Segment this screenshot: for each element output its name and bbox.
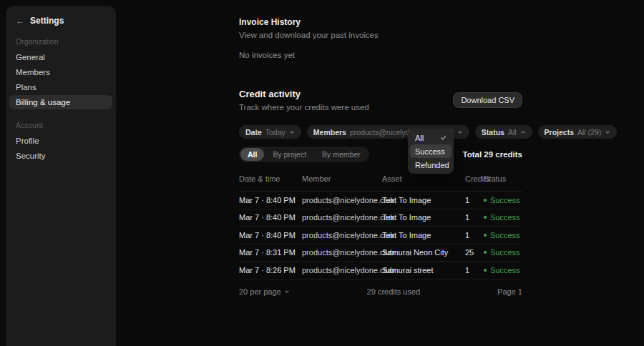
table-row: Mar 7 · 8:40 PM products@nicelydone.club… xyxy=(239,192,522,209)
status-badge: Success xyxy=(484,266,522,275)
credits-used-label: 29 credits used xyxy=(367,287,421,296)
view-tabs-row: All By project By member Total 29 credit… xyxy=(239,147,522,162)
success-dot-icon xyxy=(484,234,487,237)
cell-member: products@nicelydone.club xyxy=(302,231,382,239)
invoice-history-subtitle: View and download your past invoices xyxy=(239,31,522,39)
status-dropdown-menu: All Success Refunded xyxy=(408,129,454,174)
tab-all[interactable]: All xyxy=(240,148,264,161)
cell-credits: 1 xyxy=(465,213,484,222)
status-badge: Success xyxy=(484,248,522,257)
filter-bar: Date Today Members products@nicelydone.c… xyxy=(239,125,522,139)
invoice-empty-state: No invoices yet xyxy=(239,51,522,59)
cell-asset: Samurai street xyxy=(382,266,465,275)
credit-activity-table: Date & time Member Asset Credits Status … xyxy=(239,172,522,296)
col-header-member: Member xyxy=(302,174,382,183)
cell-datetime: Mar 7 · 8:26 PM xyxy=(239,266,302,275)
credit-activity-title: Credit activity xyxy=(239,89,369,99)
filter-projects-value: All (29) xyxy=(577,128,601,137)
cell-member: products@nicelydone.club xyxy=(302,248,382,257)
chevron-down-icon xyxy=(457,129,463,135)
cell-datetime: Mar 7 · 8:31 PM xyxy=(239,248,302,257)
settings-sidebar: ← Settings Organization General Members … xyxy=(6,6,116,346)
download-csv-button[interactable]: Download CSV xyxy=(453,92,522,108)
cell-member: products@nicelydone.club xyxy=(302,266,382,275)
success-dot-icon xyxy=(484,269,487,272)
cell-credits: 1 xyxy=(465,266,484,275)
section-label-account: Account xyxy=(6,121,116,129)
table-row: Mar 7 · 8:31 PM products@nicelydone.club… xyxy=(239,244,522,262)
success-dot-icon xyxy=(484,216,487,219)
cell-member: products@nicelydone.club xyxy=(302,213,382,222)
status-badge: Success xyxy=(484,231,522,239)
chevron-up-icon xyxy=(520,129,526,135)
filter-projects-label: Projects xyxy=(545,128,574,137)
table-footer: 20 per page 29 credits used Page 1 xyxy=(239,287,522,296)
filter-members-label: Members xyxy=(313,128,346,137)
col-header-asset: Asset xyxy=(382,174,465,183)
filter-date-value: Today xyxy=(265,128,286,137)
billing-usage-panel: Invoice History View and download your p… xyxy=(239,0,522,296)
cell-datetime: Mar 7 · 8:40 PM xyxy=(239,231,302,239)
success-dot-icon xyxy=(484,199,487,202)
cell-member: products@nicelydone.club xyxy=(302,196,382,204)
filter-date-label: Date xyxy=(245,128,262,137)
col-header-credits: Credits xyxy=(465,174,484,183)
credit-activity-subtitle: Track where your credits were used xyxy=(239,103,369,112)
table-row: Mar 7 · 8:40 PM products@nicelydone.club… xyxy=(239,209,522,227)
dropdown-item-refunded[interactable]: Refunded xyxy=(410,158,452,172)
sidebar-item-security[interactable]: Security xyxy=(9,149,112,163)
col-header-status: Status xyxy=(484,174,522,183)
dropdown-item-success[interactable]: Success xyxy=(410,144,452,158)
cell-asset: Text To Image xyxy=(382,231,465,239)
sidebar-item-plans[interactable]: Plans xyxy=(9,80,112,94)
col-header-datetime: Date & time xyxy=(239,174,302,183)
total-credits-label: Total 29 credits xyxy=(462,150,522,159)
cell-credits: 25 xyxy=(465,248,484,257)
sidebar-item-billing-usage[interactable]: Billing & usage xyxy=(9,95,112,109)
tab-by-project[interactable]: By project xyxy=(265,148,313,161)
status-badge: Success xyxy=(484,213,522,222)
chevron-down-icon xyxy=(289,129,295,135)
chevron-down-icon xyxy=(284,289,290,295)
table-row: Mar 7 · 8:40 PM products@nicelydone.club… xyxy=(239,227,522,244)
status-badge: Success xyxy=(484,196,522,204)
table-header: Date & time Member Asset Credits Status xyxy=(239,172,522,192)
credit-activity-header: Credit activity Track where your credits… xyxy=(239,89,522,112)
cell-datetime: Mar 7 · 8:40 PM xyxy=(239,196,302,204)
filter-status-value: All xyxy=(508,128,517,137)
cell-credits: 1 xyxy=(465,196,484,204)
filter-projects[interactable]: Projects All (29) xyxy=(538,125,618,139)
cell-credits: 1 xyxy=(465,231,484,239)
sidebar-item-profile[interactable]: Profile xyxy=(9,134,112,148)
cell-asset: Samurai Neon City xyxy=(382,248,465,257)
table-row: Mar 7 · 8:26 PM products@nicelydone.club… xyxy=(239,262,522,280)
cell-asset: Text To Image xyxy=(382,213,465,222)
checkmark-icon xyxy=(440,134,447,141)
section-label-organization: Organization xyxy=(6,37,116,46)
dropdown-item-all[interactable]: All xyxy=(410,131,452,144)
invoice-history-title: Invoice History xyxy=(239,17,522,27)
cell-asset: Text To Image xyxy=(382,196,465,204)
filter-status[interactable]: Status All xyxy=(475,125,532,139)
credit-activity-titles: Credit activity Track where your credits… xyxy=(239,89,369,112)
cell-datetime: Mar 7 · 8:40 PM xyxy=(239,213,302,222)
view-segmented-control: All By project By member xyxy=(239,147,369,162)
sidebar-header: ← Settings xyxy=(6,6,116,26)
chevron-down-icon xyxy=(605,129,610,135)
filter-status-label: Status xyxy=(482,128,504,137)
back-arrow-icon[interactable]: ← xyxy=(16,16,24,25)
sidebar-item-members[interactable]: Members xyxy=(9,65,112,79)
per-page-select[interactable]: 20 per page xyxy=(239,287,290,296)
tab-by-member[interactable]: By member xyxy=(315,148,368,161)
sidebar-item-general[interactable]: General xyxy=(9,50,112,64)
filter-date[interactable]: Date Today xyxy=(239,125,301,139)
page-indicator: Page 1 xyxy=(497,287,522,296)
sidebar-title: Settings xyxy=(30,16,64,26)
success-dot-icon xyxy=(484,251,487,254)
